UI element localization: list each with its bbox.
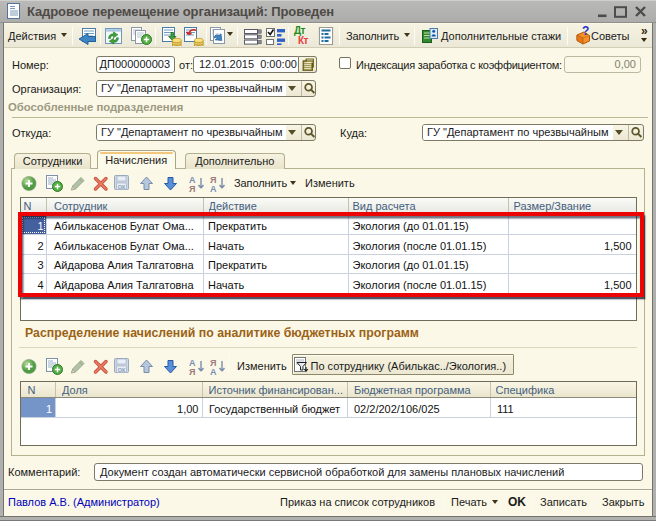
svg-text:ОК: ОК [118,367,126,373]
svg-text:А: А [210,183,217,192]
svg-text:А: А [210,367,217,376]
svg-text:Я: Я [189,367,195,376]
svg-text:Я: Я [189,183,195,192]
svg-text:ОК: ОК [118,183,126,189]
svg-text:?: ? [582,25,589,38]
